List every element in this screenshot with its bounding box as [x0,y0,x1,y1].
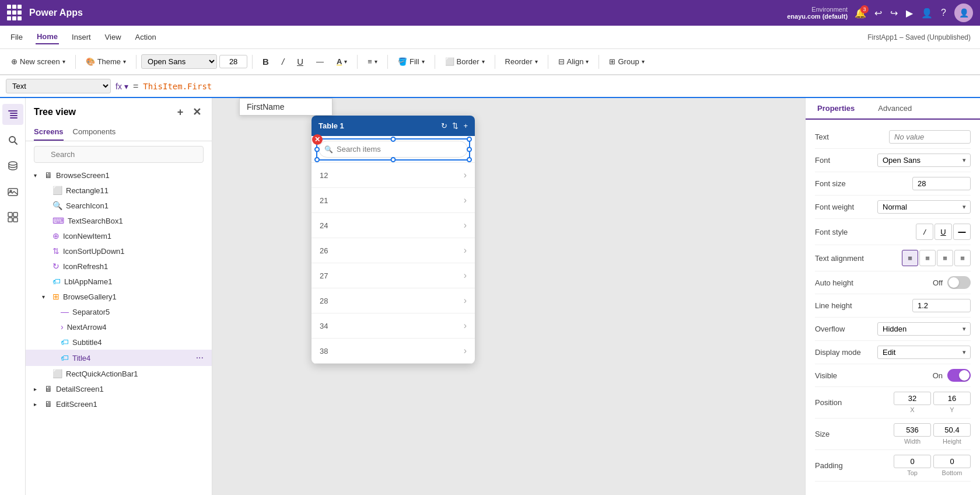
prop-lineheight-input[interactable] [912,299,971,312]
padding-top-input[interactable] [894,455,931,468]
list-item-34[interactable]: 34 › [312,313,475,339]
prop-textalign-row: Text alignment ≡ ≡ ≡ ≡ [815,245,971,271]
fontstyle-italic-btn[interactable]: / [916,224,933,240]
font-select[interactable]: Open Sans [141,54,217,69]
treeview-search-input[interactable] [34,146,204,163]
prop-displaymode-select[interactable]: Edit [877,346,971,359]
tree-item-editscreen1[interactable]: 🖥 EditScreen1 [26,396,212,412]
list-item-12[interactable]: 12 › [312,163,475,188]
tree-item-iconnewitem1[interactable]: ⊕ IconNewItem1 [26,228,212,243]
phone-sort-icon[interactable]: ⇅ [452,121,459,130]
align-justify-btn[interactable]: ≡ [954,250,971,266]
fontstyle-underline-btn[interactable]: U [935,224,952,240]
group-button[interactable]: ⊞ Group ▾ [604,54,649,69]
tab-advanced[interactable]: Advanced [866,98,923,118]
formula-autocomplete[interactable]: FirstName [239,98,332,116]
tab-components[interactable]: Components [73,124,116,141]
position-x-input[interactable] [894,392,931,405]
border-button[interactable]: ⬜ Border ▾ [440,54,490,69]
redo-icon[interactable]: ↪ [890,8,898,19]
new-screen-button[interactable]: ⊕ New screen ▾ [6,54,71,69]
menu-insert[interactable]: Insert [71,30,92,44]
tree-item-lblappname1[interactable]: 🏷 LblAppName1 [26,274,212,289]
list-item-26[interactable]: 26 › [312,238,475,263]
visible-toggle[interactable] [947,369,971,382]
fontstyle-strike-btn[interactable]: — [953,224,971,240]
title4-more-button[interactable]: ··· [196,353,204,363]
tree-item-detailscreen1[interactable]: 🖥 DetailScreen1 [26,381,212,396]
help-icon[interactable]: ? [941,8,946,18]
tree-item-nextarrow4[interactable]: › NextArrow4 [26,319,212,334]
components-icon[interactable] [2,207,23,228]
treeview-close-button[interactable]: ✕ [190,105,204,119]
expand-icon[interactable] [34,172,41,179]
prop-font-select[interactable]: Open Sans [877,154,971,167]
padding-labels-row: Top Bottom [894,469,971,476]
tree-item-rectquickactionbar1[interactable]: ⬜ RectQuickActionBar1 [26,366,212,381]
menu-file[interactable]: File [9,30,24,44]
align-left-btn[interactable]: ≡ [902,250,918,266]
font-color-button[interactable]: A ▾ [331,54,352,69]
tab-properties[interactable]: Properties [806,98,866,120]
list-item-27[interactable]: 27 › [312,263,475,288]
strikethrough-button[interactable]: — [311,54,329,69]
menu-action[interactable]: Action [134,30,158,44]
align-button[interactable]: ≡ ▾ [362,54,383,69]
tree-item-iconsortupdown1[interactable]: ⇅ IconSortUpDown1 [26,243,212,259]
list-item-21[interactable]: 21 › [312,188,475,213]
align-center-btn[interactable]: ≡ [919,250,936,266]
font-size-input[interactable] [219,55,247,68]
tree-item-iconrefresh1[interactable]: ↻ IconRefresh1 [26,259,212,274]
prop-fontweight-select[interactable]: Normal [877,200,971,214]
list-item-24[interactable]: 24 › [312,213,475,238]
phone-add-icon[interactable]: + [463,121,468,130]
bold-button[interactable]: B [257,54,274,69]
padding-inputs-row [894,455,971,468]
list-item-38[interactable]: 38 › [312,339,475,364]
avatar[interactable]: 👤 [954,4,973,22]
size-width-input[interactable] [894,423,931,437]
prop-text-input[interactable] [889,130,971,144]
notifications-icon[interactable]: 🔔 3 [855,8,866,19]
phone-refresh-icon[interactable]: ↻ [441,121,447,130]
media-icon[interactable] [2,181,23,202]
italic-button[interactable]: / [276,54,289,69]
phone-search-input[interactable] [318,141,468,158]
menu-view[interactable]: View [104,30,123,44]
position-y-input[interactable] [933,392,971,405]
waffle-icon[interactable] [7,5,23,21]
tree-item-rectangle11[interactable]: ⬜ Rectangle11 [26,183,212,198]
tree-item-subtitle4[interactable]: 🏷 Subtitle4 [26,334,212,350]
tree-item-browsescreen1[interactable]: 🖥 BrowseScreen1 [26,168,212,183]
prop-fontsize-input[interactable] [912,177,971,190]
formula-input[interactable] [143,82,974,91]
tree-item-textsearchbox1[interactable]: ⌨ TextSearchBox1 [26,213,212,228]
tab-screens[interactable]: Screens [34,124,64,141]
tree-item-browsegallery1[interactable]: ⊞ BrowseGallery1 [26,289,212,304]
menu-home[interactable]: Home [36,30,59,44]
treeview-icon[interactable] [2,104,23,125]
user-icon[interactable]: 👤 [921,8,933,19]
list-item-28[interactable]: 28 › [312,288,475,313]
property-select[interactable]: Text [6,79,111,93]
tree-item-separator5[interactable]: — Separator5 [26,304,212,319]
data-icon[interactable] [2,155,23,176]
search-sidebar-icon[interactable] [2,130,23,151]
tree-item-searchicon1[interactable]: 🔍 SearchIcon1 [26,198,212,213]
padding-bottom-input[interactable] [933,455,971,468]
theme-button[interactable]: 🎨 Theme ▾ [80,54,131,69]
underline-button[interactable]: U [292,54,309,69]
formula-fx-button[interactable]: fx ▾ [116,82,128,91]
fill-button[interactable]: 🪣 Fill ▾ [393,54,430,69]
prop-visible-label: Visible [815,371,867,380]
preview-icon[interactable]: ▶ [906,8,913,19]
reorder-button[interactable]: Reorder ▾ [500,54,543,69]
autoheight-toggle[interactable] [947,276,971,289]
align-right-btn[interactable]: ≡ [937,250,953,266]
align-right-button[interactable]: ⊟ Align ▾ [553,54,594,69]
treeview-add-button[interactable]: + [173,105,187,119]
size-height-input[interactable] [933,423,971,437]
prop-overflow-select[interactable]: Hidden [877,322,971,336]
undo-icon[interactable]: ↩ [874,8,882,19]
tree-item-title4[interactable]: 🏷 Title4 ··· [26,350,212,366]
